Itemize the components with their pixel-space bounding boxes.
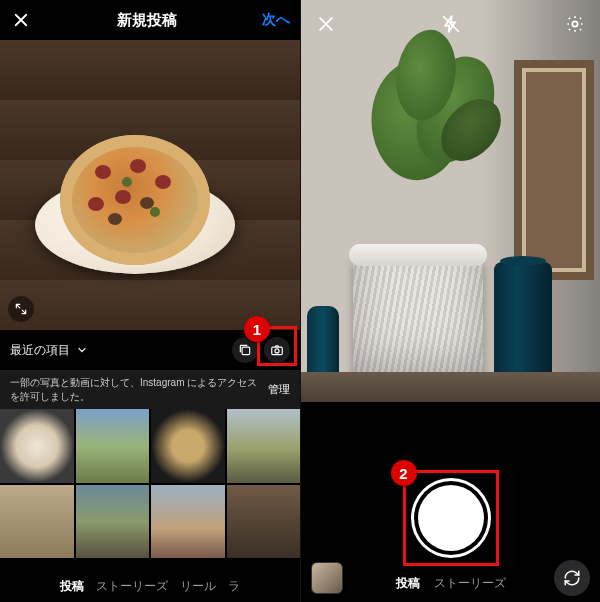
composer-header: 新規投稿 次へ [0, 0, 300, 40]
expand-icon[interactable] [8, 296, 34, 322]
manage-button[interactable]: 管理 [268, 382, 290, 397]
annotation-badge-2: 2 [391, 460, 417, 486]
next-button[interactable]: 次へ [262, 11, 290, 29]
annotation-badge-1: 1 [244, 316, 270, 342]
flash-off-icon[interactable] [440, 13, 462, 35]
thumb[interactable] [0, 485, 74, 559]
camera-topbar [301, 0, 600, 48]
svg-point-3 [572, 21, 577, 26]
thumbnail-grid [0, 409, 300, 558]
camera-viewfinder [301, 0, 600, 402]
camera-lower: 2 投稿 ストーリーズ [301, 402, 600, 602]
annotation-box-2 [403, 470, 499, 566]
chevron-down-icon[interactable] [76, 344, 88, 356]
thumb[interactable] [227, 409, 301, 483]
thumb[interactable] [151, 409, 225, 483]
thumb[interactable] [76, 485, 150, 559]
close-icon[interactable] [10, 9, 32, 31]
thumb[interactable] [0, 409, 74, 483]
header-title: 新規投稿 [117, 11, 177, 30]
left-pane: 新規投稿 次へ 最近の項目 [0, 0, 300, 602]
camera-switch-icon[interactable] [554, 560, 590, 596]
permission-banner: 一部の写真と動画に対して、Instagram によるアクセスを許可しました。 管… [0, 370, 300, 409]
album-label[interactable]: 最近の項目 [10, 342, 70, 359]
mode-live[interactable]: ラ [228, 578, 240, 595]
permission-text: 一部の写真と動画に対して、Instagram によるアクセスを許可しました。 [10, 376, 258, 403]
mode-stories[interactable]: ストーリーズ [96, 578, 168, 595]
close-icon[interactable] [315, 13, 337, 35]
mode-stories[interactable]: ストーリーズ [434, 575, 506, 592]
right-pane: 2 投稿 ストーリーズ [300, 0, 600, 602]
gear-icon[interactable] [564, 13, 586, 35]
svg-rect-0 [242, 347, 250, 355]
mode-reels[interactable]: リール [180, 578, 216, 595]
thumb[interactable] [76, 409, 150, 483]
mode-post[interactable]: 投稿 [396, 575, 420, 592]
thumb[interactable] [151, 485, 225, 559]
mode-bar: 投稿 ストーリーズ リール ラ [0, 570, 300, 602]
preview-area[interactable] [0, 40, 300, 330]
mode-post[interactable]: 投稿 [60, 578, 84, 595]
thumb[interactable] [227, 485, 301, 559]
